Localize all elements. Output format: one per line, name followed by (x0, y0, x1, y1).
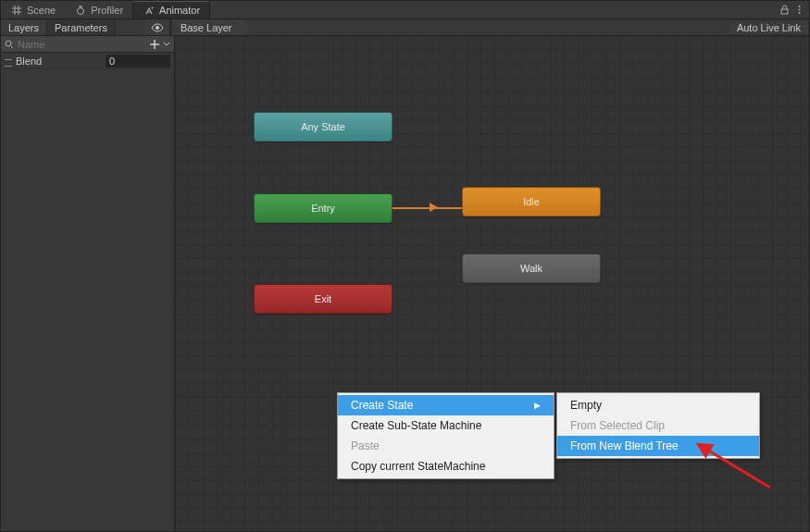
tab-profiler[interactable]: Profiler (65, 1, 132, 19)
menu-label: Empty (570, 399, 602, 412)
search-icon (5, 38, 14, 51)
menu-label: From New Blend Tree (570, 439, 679, 452)
menu-create-sub-state[interactable]: Create Sub-State Machine (338, 415, 554, 436)
parameter-search-row (1, 36, 174, 53)
auto-live-link-button[interactable]: Auto Live Link (729, 22, 809, 33)
submenu-from-selected-clip[interactable]: From Selected Clip (557, 415, 759, 436)
svg-point-6 (156, 26, 159, 30)
parameter-name: Blend (5, 56, 106, 67)
parameters-button[interactable]: Parameters (47, 19, 116, 35)
menu-copy-state-machine[interactable]: Copy current StateMachine (338, 456, 554, 476)
menu-label: Paste (351, 439, 380, 452)
grid-icon (10, 4, 23, 17)
menu-label: Create Sub-State Machine (351, 419, 481, 432)
editor-tab-bar: Scene Profiler Animator (1, 1, 809, 19)
animator-icon (143, 4, 156, 17)
tab-scene[interactable]: Scene (1, 1, 65, 19)
submenu-from-new-blend-tree[interactable]: From New Blend Tree (557, 436, 759, 456)
svg-rect-2 (781, 9, 788, 14)
tab-label: Animator (159, 5, 200, 16)
node-walk[interactable]: Walk (462, 254, 601, 283)
node-exit[interactable]: Exit (254, 284, 393, 314)
menu-label: Create State (351, 399, 413, 412)
parameter-row[interactable]: Blend (1, 53, 174, 69)
animator-toolbar: Layers Parameters Base Layer Auto Live L… (1, 19, 809, 36)
lock-icon[interactable] (778, 4, 791, 17)
context-submenu: Empty From Selected Clip From New Blend … (556, 392, 760, 459)
node-label: Walk (520, 263, 542, 274)
parameter-value-input[interactable] (106, 55, 170, 68)
tab-label: Scene (27, 5, 56, 16)
node-label: Exit (315, 293, 331, 304)
button-label: Parameters (55, 22, 107, 33)
svg-point-1 (151, 6, 153, 8)
add-parameter-button[interactable] (149, 37, 160, 52)
transition-entry-idle[interactable] (393, 207, 462, 209)
tab-label: Profiler (91, 5, 123, 16)
menu-create-state[interactable]: Create State ▶ (338, 395, 554, 415)
node-label: Entry (311, 203, 335, 214)
dropdown-icon[interactable] (162, 38, 170, 51)
svg-point-0 (78, 7, 84, 14)
arrow-head-icon (430, 203, 438, 212)
menu-icon[interactable] (792, 4, 805, 17)
chevron-right-icon: ▶ (534, 401, 541, 410)
button-label: Auto Live Link (737, 22, 801, 33)
breadcrumb-base-layer[interactable]: Base Layer (170, 19, 242, 35)
svg-point-3 (798, 6, 800, 7)
breadcrumb-label: Base Layer (181, 22, 232, 33)
menu-label: From Selected Clip (570, 419, 665, 432)
svg-point-7 (6, 41, 11, 46)
parameters-panel: Blend (1, 36, 175, 531)
node-entry[interactable]: Entry (254, 193, 393, 223)
submenu-empty[interactable]: Empty (557, 395, 759, 415)
stopwatch-icon (74, 4, 87, 17)
parameter-search-input[interactable] (14, 39, 149, 50)
layers-button[interactable]: Layers (1, 19, 47, 35)
node-idle[interactable]: Idle (462, 187, 601, 217)
tab-animator[interactable]: Animator (132, 1, 210, 19)
context-menu: Create State ▶ Create Sub-State Machine … (337, 392, 555, 479)
svg-point-4 (798, 9, 800, 11)
svg-point-5 (798, 12, 800, 14)
animator-graph-canvas[interactable]: Any State Entry Idle Walk Exit Create St… (175, 36, 809, 531)
menu-paste[interactable]: Paste (338, 436, 554, 456)
menu-label: Copy current StateMachine (351, 460, 485, 473)
eye-icon (151, 21, 164, 34)
node-any-state[interactable]: Any State (254, 112, 393, 142)
node-label: Any State (301, 121, 345, 132)
node-label: Idle (523, 196, 540, 207)
button-label: Layers (8, 22, 39, 33)
visibility-toggle[interactable] (145, 19, 170, 35)
